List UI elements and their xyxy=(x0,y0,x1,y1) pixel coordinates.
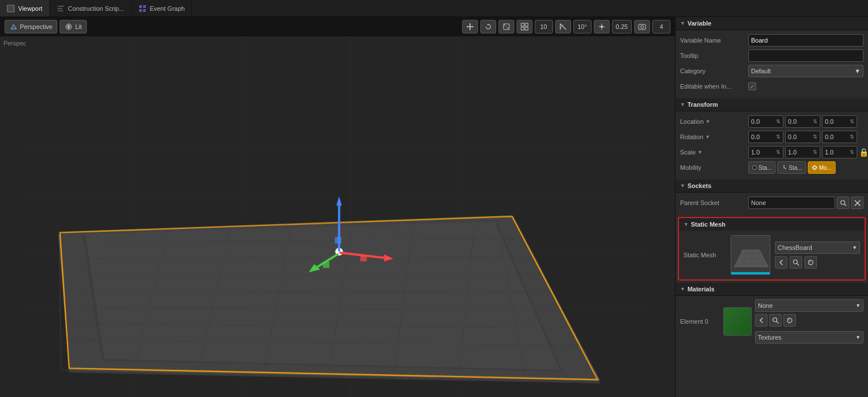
location-values: 0.0 ⇅ 0.0 ⇅ 0.0 ⇅ xyxy=(748,115,863,128)
transform-section-header[interactable]: ▼ Transform xyxy=(676,98,868,111)
mesh-thumbnail-inner xyxy=(731,236,770,274)
lit-label: Lit xyxy=(75,23,82,30)
perspective-button[interactable]: Perspective xyxy=(5,20,57,34)
tooltip-input[interactable] xyxy=(748,49,863,62)
parent-socket-row: Parent Socket None xyxy=(680,196,863,210)
svg-point-58 xyxy=(841,200,845,204)
mobility-movable-icon xyxy=(812,165,817,170)
material-swatch xyxy=(723,307,752,336)
textures-dropdown[interactable]: Textures ▼ xyxy=(755,331,863,344)
rotation-z-arrow: ⇅ xyxy=(850,134,854,140)
socket-clear-icon xyxy=(854,200,861,206)
tooltip-value xyxy=(748,49,863,62)
camera-icon-btn[interactable] xyxy=(634,20,650,34)
location-y-input[interactable]: 0.0 ⇅ xyxy=(785,115,820,128)
static-mesh-row: Static Mesh xyxy=(684,235,860,275)
socket-clear-btn[interactable] xyxy=(851,197,863,209)
scale-icon-btn[interactable] xyxy=(498,20,514,34)
parent-socket-value: None xyxy=(748,197,863,209)
tab-event-graph[interactable]: Event Graph xyxy=(132,0,192,16)
category-row: Category Default ▼ xyxy=(680,64,863,78)
mesh-refresh-icon xyxy=(807,259,814,266)
material-search-btn[interactable] xyxy=(769,314,782,327)
mobility-static-btn[interactable]: Sta... xyxy=(748,161,775,174)
rotation-z-input[interactable]: 0.0 ⇅ xyxy=(822,131,857,143)
material-controls: None ▼ xyxy=(755,299,863,344)
translate-icon-btn[interactable] xyxy=(462,20,478,34)
angle-value[interactable]: 10° xyxy=(573,20,592,34)
scale-y-input[interactable]: 1.0 ⇅ xyxy=(785,146,820,158)
category-value: Default ▼ xyxy=(748,65,863,77)
svg-rect-1 xyxy=(8,6,14,11)
grid-size-value[interactable]: 10 xyxy=(535,20,553,34)
materials-section-header[interactable]: ▼ Materials xyxy=(676,283,868,296)
svg-line-59 xyxy=(844,204,846,206)
svg-rect-55 xyxy=(335,237,341,243)
rotation-x-input[interactable]: 0.0 ⇅ xyxy=(748,131,783,143)
category-dropdown[interactable]: Default ▼ xyxy=(748,65,863,77)
mobility-stationary-btn[interactable]: Sta... xyxy=(777,161,806,174)
parent-socket-input[interactable]: None xyxy=(748,197,835,209)
variable-name-input[interactable]: Board xyxy=(748,34,863,47)
mesh-back-btn[interactable] xyxy=(775,256,787,269)
tab-viewport[interactable]: Viewport xyxy=(0,0,50,16)
sockets-section-content: Parent Socket None xyxy=(676,193,868,215)
static-mesh-label: Static Mesh xyxy=(684,252,726,258)
tab-bar: Viewport Construction Scrip... Event Gra… xyxy=(0,0,868,17)
materials-section-title: Materials xyxy=(687,286,715,292)
scale-x-input[interactable]: 1.0 ⇅ xyxy=(748,146,783,158)
viewport-canvas[interactable]: Perspective xyxy=(0,36,675,397)
location-row: Location ▼ 0.0 ⇅ 0.0 ⇅ 0.0 ⇅ xyxy=(680,115,863,128)
viewport-area: Perspective Lit xyxy=(0,17,675,397)
editable-checkbox[interactable] xyxy=(748,82,756,90)
location-y-arrow: ⇅ xyxy=(813,119,817,124)
mesh-action-row xyxy=(775,256,860,269)
camera-speed-value[interactable]: 4 xyxy=(652,20,670,34)
tooltip-label: Tooltip xyxy=(680,52,748,59)
scale-z-input[interactable]: 1.0 ⇅ xyxy=(822,146,857,158)
transform-section-title: Transform xyxy=(687,101,718,108)
svg-rect-2 xyxy=(139,5,142,8)
material-back-btn[interactable] xyxy=(755,314,768,327)
location-x-arrow: ⇅ xyxy=(776,119,781,124)
material-dropdown[interactable]: None ▼ xyxy=(755,299,863,312)
materials-collapse-arrow: ▼ xyxy=(680,286,685,292)
svg-rect-5 xyxy=(143,9,146,12)
editable-value xyxy=(748,82,863,90)
scale-snap-icon-btn[interactable] xyxy=(594,20,610,34)
mobility-movable-btn[interactable]: Mo... xyxy=(808,161,836,174)
scale-x-arrow: ⇅ xyxy=(776,149,781,155)
material-search-icon xyxy=(772,317,779,324)
rotation-y-input[interactable]: 0.0 ⇅ xyxy=(785,131,820,143)
mesh-thumb-bar xyxy=(731,272,770,274)
tab-viewport-label: Viewport xyxy=(18,5,43,12)
scale-snap-value[interactable]: 0.25 xyxy=(612,20,632,34)
mesh-name-dropdown[interactable]: ChessBoard ▼ xyxy=(775,241,860,254)
material-refresh-btn[interactable] xyxy=(783,314,796,327)
location-z-input[interactable]: 0.0 ⇅ xyxy=(822,115,857,128)
viewport-icon xyxy=(7,5,15,12)
mesh-back-icon xyxy=(778,259,785,266)
mesh-search-btn[interactable] xyxy=(790,256,802,269)
category-label: Category xyxy=(680,68,748,74)
static-mesh-collapse-arrow: ▼ xyxy=(684,222,689,227)
rotation-label: Rotation ▼ xyxy=(680,133,748,140)
angle-icon-btn[interactable] xyxy=(555,20,571,34)
location-z-arrow: ⇅ xyxy=(850,119,854,124)
scale-lock-icon[interactable]: 🔒 xyxy=(859,148,868,157)
sockets-section-header[interactable]: ▼ Sockets xyxy=(676,179,868,193)
location-x-input[interactable]: 0.0 ⇅ xyxy=(748,115,783,128)
rotate-icon-btn[interactable] xyxy=(480,20,496,34)
rotation-x-arrow: ⇅ xyxy=(776,134,781,140)
static-mesh-header[interactable]: ▼ Static Mesh xyxy=(679,218,865,231)
scale-z-arrow: ⇅ xyxy=(850,149,854,155)
rotation-values: 0.0 ⇅ 0.0 ⇅ 0.0 ⇅ xyxy=(748,131,863,143)
viewport-toolbar: Perspective Lit xyxy=(0,17,675,36)
material-back-icon xyxy=(758,317,765,324)
variable-section-header[interactable]: ▼ Variable xyxy=(676,17,868,30)
socket-search-btn[interactable] xyxy=(837,197,849,209)
lit-button[interactable]: Lit xyxy=(60,20,87,34)
tab-construction-script[interactable]: Construction Scrip... xyxy=(50,0,132,16)
mesh-refresh-btn[interactable] xyxy=(804,256,817,269)
grid-icon-btn[interactable] xyxy=(517,20,532,34)
